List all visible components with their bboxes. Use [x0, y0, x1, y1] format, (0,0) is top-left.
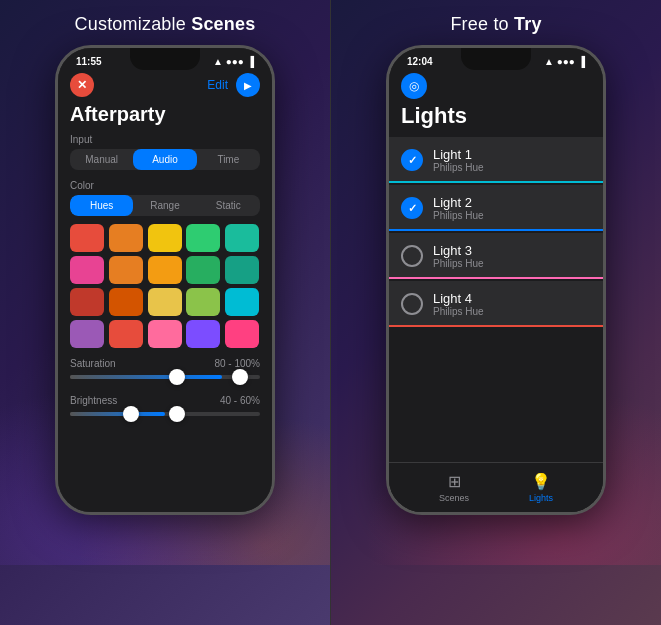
saturation-thumb-1[interactable] — [169, 369, 185, 385]
brightness-thumb-1[interactable] — [123, 406, 139, 422]
color-cell-10[interactable] — [70, 288, 104, 316]
input-section-label: Input — [58, 134, 272, 149]
status-icons-right: ▲ ●●● ▐ — [544, 56, 585, 67]
brightness-value: 40 - 60% — [220, 395, 260, 406]
color-cell-13[interactable] — [186, 288, 220, 316]
signal-icon-right: ●●● — [557, 56, 575, 67]
color-cell-8[interactable] — [186, 256, 220, 284]
color-cell-17[interactable] — [148, 320, 182, 348]
left-nav: ✕ Edit ▶ — [58, 69, 272, 103]
light-bar-0 — [389, 181, 603, 183]
light-info-3: Light 4 Philips Hue — [433, 291, 591, 317]
check-circle-1[interactable] — [401, 197, 423, 219]
color-tab-hues[interactable]: Hues — [70, 195, 133, 216]
color-cell-18[interactable] — [186, 320, 220, 348]
left-phone-content: 11:55 ▲ ●●● ▐ ✕ Edit ▶ Afterparty Input — [58, 48, 272, 512]
color-cell-4[interactable] — [225, 224, 259, 252]
brightness-section: Brightness 40 - 60% — [58, 395, 272, 432]
check-circle-3[interactable] — [401, 293, 423, 315]
notch — [130, 48, 200, 70]
brightness-thumb-2[interactable] — [169, 406, 185, 422]
color-cell-19[interactable] — [225, 320, 259, 348]
tab-lights[interactable]: 💡 Lights — [529, 472, 553, 503]
input-segment-control[interactable]: Manual Audio Time — [70, 149, 260, 170]
wifi-icon: ▲ — [213, 56, 223, 67]
saturation-section: Saturation 80 - 100% — [58, 358, 272, 395]
color-tabs[interactable]: Hues Range Static — [70, 195, 260, 216]
tab-scenes[interactable]: ⊞ Scenes — [439, 472, 469, 503]
light-bar-2 — [389, 277, 603, 279]
color-tab-static[interactable]: Static — [197, 195, 260, 216]
color-cell-3[interactable] — [186, 224, 220, 252]
saturation-track[interactable] — [70, 375, 260, 379]
light-sub-3: Philips Hue — [433, 306, 591, 317]
color-cell-11[interactable] — [109, 288, 143, 316]
color-cell-9[interactable] — [225, 256, 259, 284]
brightness-fill — [70, 412, 165, 416]
light-bar-1 — [389, 229, 603, 231]
lights-tab-label: Lights — [529, 493, 553, 503]
saturation-fill — [70, 375, 222, 379]
right-phone-mockup: 12:04 ▲ ●●● ▐ ◎ Lights Light 1 Philips H… — [386, 45, 606, 515]
check-circle-2[interactable] — [401, 245, 423, 267]
light-info-1: Light 2 Philips Hue — [433, 195, 591, 221]
brightness-header: Brightness 40 - 60% — [70, 395, 260, 406]
light-info-0: Light 1 Philips Hue — [433, 147, 591, 173]
color-section-label: Color — [58, 180, 272, 195]
status-icons-left: ▲ ●●● ▐ — [213, 56, 254, 67]
color-tab-range[interactable]: Range — [133, 195, 196, 216]
light-row-2[interactable]: Light 3 Philips Hue — [389, 233, 603, 279]
saturation-thumb-2[interactable] — [232, 369, 248, 385]
color-cell-16[interactable] — [109, 320, 143, 348]
wifi-icon-right: ▲ — [544, 56, 554, 67]
light-info-2: Light 3 Philips Hue — [433, 243, 591, 269]
color-cell-7[interactable] — [148, 256, 182, 284]
light-row-0[interactable]: Light 1 Philips Hue — [389, 137, 603, 183]
light-name-1: Light 2 — [433, 195, 591, 210]
lights-icon: 💡 — [531, 472, 551, 491]
saturation-header: Saturation 80 - 100% — [70, 358, 260, 369]
right-phone-content: 12:04 ▲ ●●● ▐ ◎ Lights Light 1 Philips H… — [389, 48, 603, 512]
left-panel: Customizable Scenes 11:55 ▲ ●●● ▐ ✕ Edit… — [0, 0, 330, 625]
color-cell-5[interactable] — [70, 256, 104, 284]
light-name-2: Light 3 — [433, 243, 591, 258]
edit-play-group: Edit ▶ — [207, 73, 260, 97]
color-grid — [70, 224, 260, 348]
color-cell-14[interactable] — [225, 288, 259, 316]
left-phone-mockup: 11:55 ▲ ●●● ▐ ✕ Edit ▶ Afterparty Input — [55, 45, 275, 515]
right-panel-title: Free to Try — [450, 0, 541, 45]
light-bar-3 — [389, 325, 603, 327]
seg-manual[interactable]: Manual — [70, 149, 133, 170]
scene-title: Afterparty — [58, 103, 272, 134]
left-panel-title: Customizable Scenes — [75, 0, 256, 45]
seg-audio[interactable]: Audio — [133, 149, 196, 170]
brightness-label: Brightness — [70, 395, 117, 406]
light-row-1[interactable]: Light 2 Philips Hue — [389, 185, 603, 231]
color-cell-0[interactable] — [70, 224, 104, 252]
light-sub-2: Philips Hue — [433, 258, 591, 269]
light-row-3[interactable]: Light 4 Philips Hue — [389, 281, 603, 327]
edit-label[interactable]: Edit — [207, 78, 228, 92]
light-sub-1: Philips Hue — [433, 210, 591, 221]
notch-right — [461, 48, 531, 70]
time-right: 12:04 — [407, 56, 433, 67]
color-cell-15[interactable] — [70, 320, 104, 348]
scenes-tab-label: Scenes — [439, 493, 469, 503]
play-button[interactable]: ▶ — [236, 73, 260, 97]
saturation-value: 80 - 100% — [214, 358, 260, 369]
check-circle-0[interactable] — [401, 149, 423, 171]
color-cell-2[interactable] — [148, 224, 182, 252]
saturation-label: Saturation — [70, 358, 116, 369]
color-cell-12[interactable] — [148, 288, 182, 316]
bridge-icon: ◎ — [401, 73, 427, 99]
seg-time[interactable]: Time — [197, 149, 260, 170]
brightness-track[interactable] — [70, 412, 260, 416]
light-name-3: Light 4 — [433, 291, 591, 306]
signal-icon: ●●● — [226, 56, 244, 67]
close-button[interactable]: ✕ — [70, 73, 94, 97]
color-cell-1[interactable] — [109, 224, 143, 252]
color-cell-6[interactable] — [109, 256, 143, 284]
battery-icon: ▐ — [247, 56, 254, 67]
scenes-icon: ⊞ — [448, 472, 461, 491]
light-sub-0: Philips Hue — [433, 162, 591, 173]
